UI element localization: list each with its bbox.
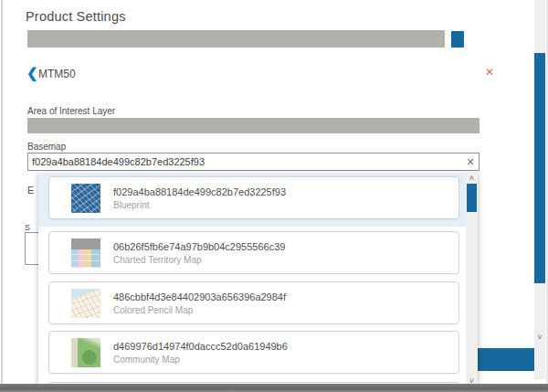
dropdown-scrollbar-thumb[interactable] xyxy=(467,184,477,212)
pencil-map-thumbnail xyxy=(71,289,100,318)
close-icon[interactable]: ✕ xyxy=(485,66,494,79)
basemap-item-id: f029a4ba88184de499c82b7ed3225f93 xyxy=(113,186,286,197)
main-scrollbar-down-icon[interactable]: ˅ xyxy=(534,332,545,343)
aoi-layer-label: Area of Interest Layer xyxy=(27,106,115,116)
aoi-layer-placeholder-bar[interactable] xyxy=(27,118,480,133)
basemap-item-name: Charted Territory Map xyxy=(113,255,285,265)
blueprint-map-thumbnail xyxy=(71,184,100,213)
back-chevron-icon[interactable]: ❮ xyxy=(26,65,38,81)
main-scrollbar[interactable]: ˅ xyxy=(534,0,545,379)
dropdown-item-colored-pencil-map[interactable]: 486cbbf4d3e84402903a656396a2984fColored … xyxy=(48,281,459,324)
charted-map-thumbnail xyxy=(71,238,100,268)
basemap-item-name: Community Map xyxy=(113,355,288,365)
hidden-field-label-fragment: E xyxy=(27,185,34,196)
dropdown-item-charted-territory-map[interactable]: 06b26f5fb6e74a97b9b04c2955566c39Charted … xyxy=(48,231,459,274)
back-nav-label[interactable]: MTM50 xyxy=(38,68,76,80)
dropdown-scroll-up-icon[interactable]: ˄ xyxy=(466,173,478,184)
hidden-field-label-fragment-2: S xyxy=(25,223,30,232)
basemap-item-id: d469976d14974f0daccc52d0a61949b6 xyxy=(113,341,288,352)
main-scrollbar-thumb[interactable] xyxy=(534,53,545,283)
basemap-dropdown: f029a4ba88184de499c82b7ed3225f93Blueprin… xyxy=(38,172,478,388)
community-map-thumbnail xyxy=(71,338,100,367)
window-left-border xyxy=(1,0,3,384)
basemap-item-id: 06b26f5fb6e74a97b9b04c2955566c39 xyxy=(113,241,285,252)
basemap-input-wrap: ✕ xyxy=(27,153,480,171)
basemap-item-name: Colored Pencil Map xyxy=(113,305,286,315)
hidden-checkbox-fragment[interactable] xyxy=(25,232,39,265)
header-blue-square-button[interactable] xyxy=(451,31,464,48)
header-placeholder-bar xyxy=(27,30,445,48)
dropdown-item-blueprint[interactable]: f029a4ba88184de499c82b7ed3225f93Blueprin… xyxy=(48,176,459,219)
basemap-item-name: Blueprint xyxy=(113,200,286,210)
basemap-input[interactable] xyxy=(28,154,462,169)
basemap-label: Basemap xyxy=(27,142,66,152)
basemap-item-id: 486cbbf4d3e84402903a656396a2984f xyxy=(113,291,286,302)
window-bottom-edge xyxy=(0,384,548,392)
page-title: Product Settings xyxy=(26,9,126,24)
dropdown-scrollbar[interactable]: ˄ ˅ xyxy=(466,172,478,388)
dropdown-item-community-map[interactable]: d469976d14974f0daccc52d0a61949b6Communit… xyxy=(48,331,459,374)
clear-input-icon[interactable]: ✕ xyxy=(462,156,479,168)
